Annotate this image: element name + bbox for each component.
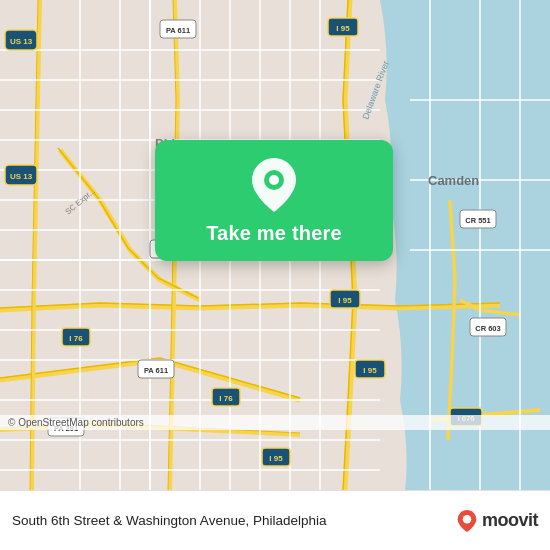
bottom-bar: South 6th Street & Washington Avenue, Ph…: [0, 490, 550, 550]
take-me-there-card[interactable]: Take me there: [155, 140, 393, 261]
svg-text:I 76: I 76: [69, 334, 83, 343]
address-text: South 6th Street & Washington Avenue, Ph…: [12, 513, 446, 528]
svg-text:PA 611: PA 611: [144, 366, 168, 375]
copyright-text: © OpenStreetMap contributors: [0, 415, 550, 430]
location-pin-icon: [247, 158, 301, 212]
svg-text:I 95: I 95: [363, 366, 377, 375]
svg-point-64: [269, 175, 279, 185]
svg-text:I 95: I 95: [269, 454, 283, 463]
svg-text:US 13: US 13: [10, 172, 33, 181]
moovit-pin-icon: [456, 510, 478, 532]
svg-point-65: [463, 515, 471, 523]
svg-text:I 95: I 95: [338, 296, 352, 305]
take-me-there-button-label: Take me there: [206, 222, 342, 245]
moovit-brand-text: moovit: [482, 510, 538, 531]
map-area: US 13 US 13 I 95 I 95 I 95 PA 611 PA 611…: [0, 0, 550, 490]
svg-text:I 76: I 76: [219, 394, 233, 403]
svg-text:CR 603: CR 603: [475, 324, 500, 333]
svg-text:Camden: Camden: [428, 173, 479, 188]
svg-text:I 95: I 95: [336, 24, 350, 33]
moovit-logo: moovit: [456, 510, 538, 532]
svg-text:US 13: US 13: [10, 37, 33, 46]
svg-text:CR 551: CR 551: [465, 216, 490, 225]
svg-text:PA 611: PA 611: [166, 26, 190, 35]
